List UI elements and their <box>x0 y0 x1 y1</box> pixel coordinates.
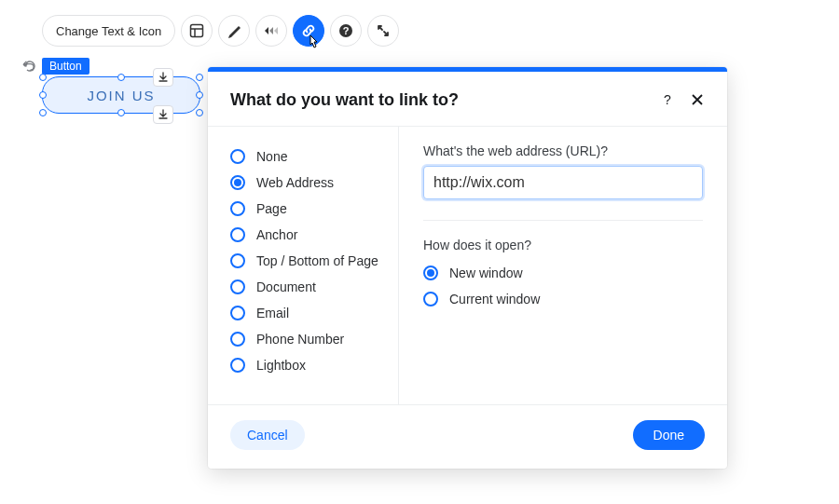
close-icon[interactable] <box>686 89 708 111</box>
radio-icon <box>230 175 245 190</box>
radio-icon <box>230 201 245 216</box>
svg-text:?: ? <box>664 93 671 106</box>
resize-handle[interactable] <box>39 74 47 81</box>
link-type-none[interactable]: None <box>230 143 398 170</box>
join-us-button[interactable]: JOIN US <box>42 76 200 114</box>
button-text: JOIN US <box>87 88 155 103</box>
radio-icon <box>230 227 245 242</box>
stretch-icon[interactable] <box>367 15 399 47</box>
svg-text:?: ? <box>343 25 350 36</box>
selected-element[interactable]: Button JOIN US <box>42 57 200 114</box>
dialog-help-icon[interactable]: ? <box>656 89 679 111</box>
animation-icon[interactable] <box>255 15 287 47</box>
resize-handle[interactable] <box>196 91 203 99</box>
link-type-top-bottom[interactable]: Top / Bottom of Page <box>230 248 398 274</box>
resize-handle[interactable] <box>39 109 47 116</box>
radio-label: None <box>256 149 287 164</box>
divider <box>423 220 703 221</box>
radio-icon <box>230 149 245 164</box>
radio-label: Phone Number <box>256 332 344 347</box>
url-input[interactable] <box>423 166 703 199</box>
open-current-window[interactable]: Current window <box>423 286 703 312</box>
link-type-lightbox[interactable]: Lightbox <box>230 352 398 378</box>
radio-icon <box>423 266 438 280</box>
radio-icon <box>230 306 245 320</box>
radio-icon <box>230 279 245 294</box>
resize-handle[interactable] <box>117 109 125 116</box>
link-type-anchor[interactable]: Anchor <box>230 222 398 248</box>
dialog-title: What do you want to link to? <box>230 90 649 110</box>
radio-icon <box>230 358 245 373</box>
radio-label: Document <box>256 279 316 294</box>
radio-icon <box>423 292 438 306</box>
radio-icon <box>230 253 245 268</box>
resize-handle[interactable] <box>39 91 47 99</box>
radio-label: Email <box>256 306 289 320</box>
url-field-label: What's the web address (URL)? <box>423 143 703 158</box>
radio-label: Lightbox <box>256 358 306 373</box>
link-icon[interactable] <box>293 15 324 47</box>
layout-icon[interactable] <box>181 15 213 47</box>
radio-label: Anchor <box>256 227 297 242</box>
design-icon[interactable] <box>218 15 250 47</box>
cancel-button[interactable]: Cancel <box>230 420 305 450</box>
open-field-label: How does it open? <box>423 238 703 252</box>
open-new-window[interactable]: New window <box>423 260 703 286</box>
radio-label: Page <box>256 201 287 216</box>
radio-label: Current window <box>449 292 540 306</box>
radio-label: New window <box>449 266 523 280</box>
change-text-and-icon-button[interactable]: Change Text & Icon <box>42 15 175 47</box>
undo-icon[interactable] <box>21 58 38 75</box>
link-type-list: None Web Address Page Anchor Top / Botto… <box>208 127 399 404</box>
radio-label: Top / Bottom of Page <box>256 253 378 268</box>
link-type-document[interactable]: Document <box>230 274 398 300</box>
link-type-web-address[interactable]: Web Address <box>230 170 398 196</box>
resize-handle[interactable] <box>196 109 203 116</box>
radio-icon <box>230 332 245 347</box>
link-type-phone[interactable]: Phone Number <box>230 326 398 352</box>
download-icon[interactable] <box>153 105 173 124</box>
selected-element-tag: Button <box>42 58 89 75</box>
link-dialog: What do you want to link to? ? None Web … <box>208 67 727 469</box>
link-type-email[interactable]: Email <box>230 300 398 326</box>
help-icon[interactable]: ? <box>330 15 362 47</box>
download-icon[interactable] <box>153 68 173 87</box>
change-text-label: Change Text & Icon <box>56 24 161 38</box>
link-type-page[interactable]: Page <box>230 196 398 222</box>
radio-label: Web Address <box>256 175 334 190</box>
done-button[interactable]: Done <box>633 420 705 450</box>
svg-rect-0 <box>191 25 203 37</box>
resize-handle[interactable] <box>117 74 125 81</box>
resize-handle[interactable] <box>196 74 203 81</box>
